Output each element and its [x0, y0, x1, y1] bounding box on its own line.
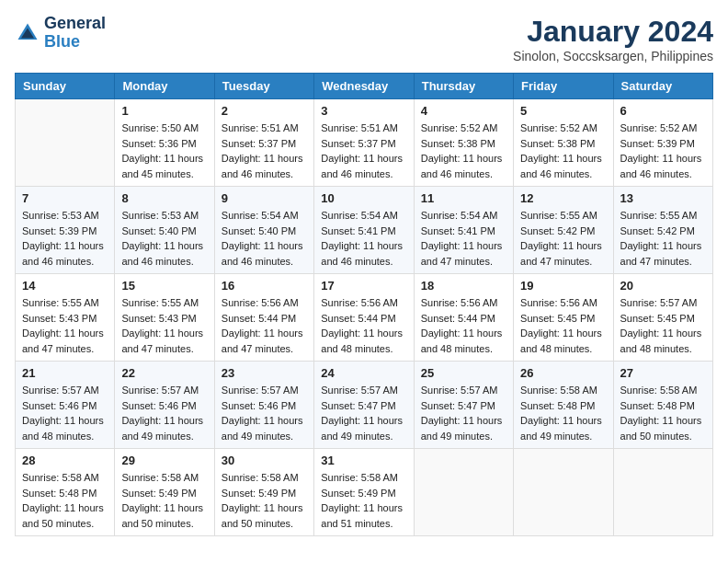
calendar-cell: [613, 449, 712, 536]
day-info: Sunrise: 5:57 AMSunset: 5:46 PMDaylight:…: [22, 383, 108, 443]
day-info: Sunrise: 5:51 AMSunset: 5:37 PMDaylight:…: [222, 121, 307, 181]
day-number: 20: [620, 279, 706, 293]
sunrise-text: Sunrise: 5:51 AM: [321, 121, 406, 136]
daylight-text: Daylight: 11 hours and 46 minutes.: [222, 238, 307, 269]
day-number: 23: [222, 366, 307, 380]
day-number: 29: [121, 454, 207, 467]
sunrise-text: Sunrise: 5:55 AM: [22, 295, 108, 311]
weekday-header: Thursday: [414, 74, 513, 99]
calendar-cell: 13Sunrise: 5:55 AMSunset: 5:42 PMDayligh…: [613, 187, 712, 274]
page-header: General Blue January 2024 Sinolon, Soccs…: [15, 15, 713, 63]
sunrise-text: Sunrise: 5:52 AM: [620, 121, 706, 136]
daylight-text: Daylight: 11 hours and 48 minutes.: [22, 413, 108, 443]
day-number: 24: [321, 366, 406, 380]
calendar-table: SundayMondayTuesdayWednesdayThursdayFrid…: [15, 73, 713, 536]
sunset-text: Sunset: 5:49 PM: [222, 486, 307, 501]
sunset-text: Sunset: 5:46 PM: [22, 398, 108, 414]
day-info: Sunrise: 5:56 AMSunset: 5:44 PMDaylight:…: [321, 295, 406, 356]
sunrise-text: Sunrise: 5:57 AM: [421, 383, 506, 398]
sunset-text: Sunset: 5:37 PM: [321, 136, 406, 152]
day-info: Sunrise: 5:58 AMSunset: 5:48 PMDaylight:…: [620, 383, 706, 443]
daylight-text: Daylight: 11 hours and 50 minutes.: [121, 500, 207, 531]
logo: General Blue: [15, 15, 106, 52]
sunset-text: Sunset: 5:42 PM: [520, 224, 606, 239]
day-number: 30: [222, 454, 307, 467]
daylight-text: Daylight: 11 hours and 46 minutes.: [520, 151, 606, 181]
calendar-cell: 31Sunrise: 5:58 AMSunset: 5:49 PMDayligh…: [314, 449, 414, 536]
sunset-text: Sunset: 5:40 PM: [121, 224, 207, 239]
day-number: 9: [222, 191, 307, 205]
day-info: Sunrise: 5:56 AMSunset: 5:44 PMDaylight:…: [421, 295, 506, 356]
day-number: 19: [520, 279, 606, 293]
sunrise-text: Sunrise: 5:57 AM: [222, 383, 307, 398]
daylight-text: Daylight: 11 hours and 47 minutes.: [620, 238, 706, 269]
calendar-cell: 30Sunrise: 5:58 AMSunset: 5:49 PMDayligh…: [214, 449, 313, 536]
calendar-cell: 10Sunrise: 5:54 AMSunset: 5:41 PMDayligh…: [314, 187, 414, 274]
calendar-cell: 16Sunrise: 5:56 AMSunset: 5:44 PMDayligh…: [214, 274, 313, 362]
weekday-header: Wednesday: [314, 74, 414, 99]
daylight-text: Daylight: 11 hours and 47 minutes.: [520, 238, 606, 269]
day-number: 27: [620, 366, 706, 380]
sunrise-text: Sunrise: 5:53 AM: [121, 208, 207, 224]
calendar-week-row: 21Sunrise: 5:57 AMSunset: 5:46 PMDayligh…: [16, 362, 713, 449]
calendar-week-row: 7Sunrise: 5:53 AMSunset: 5:39 PMDaylight…: [16, 187, 713, 274]
day-info: Sunrise: 5:54 AMSunset: 5:40 PMDaylight:…: [222, 208, 307, 269]
day-info: Sunrise: 5:55 AMSunset: 5:43 PMDaylight:…: [22, 295, 108, 356]
day-number: 26: [520, 366, 606, 380]
sunrise-text: Sunrise: 5:56 AM: [321, 295, 406, 311]
day-info: Sunrise: 5:50 AMSunset: 5:36 PMDaylight:…: [121, 121, 207, 181]
day-number: 13: [620, 191, 706, 205]
sunset-text: Sunset: 5:47 PM: [321, 398, 406, 414]
logo-icon: [15, 20, 40, 46]
sunset-text: Sunset: 5:44 PM: [222, 311, 307, 327]
day-number: 4: [421, 104, 506, 118]
sunset-text: Sunset: 5:45 PM: [620, 311, 706, 327]
calendar-cell: 6Sunrise: 5:52 AMSunset: 5:39 PMDaylight…: [613, 99, 712, 187]
weekday-header: Saturday: [613, 74, 712, 99]
day-info: Sunrise: 5:57 AMSunset: 5:47 PMDaylight:…: [421, 383, 506, 443]
daylight-text: Daylight: 11 hours and 47 minutes.: [121, 326, 207, 356]
daylight-text: Daylight: 11 hours and 50 minutes.: [222, 500, 307, 531]
sunrise-text: Sunrise: 5:58 AM: [22, 470, 108, 486]
sunset-text: Sunset: 5:44 PM: [421, 311, 506, 327]
calendar-cell: [514, 449, 613, 536]
sunset-text: Sunset: 5:46 PM: [121, 398, 207, 414]
sunrise-text: Sunrise: 5:58 AM: [222, 470, 307, 486]
sunrise-text: Sunrise: 5:57 AM: [121, 383, 207, 398]
calendar-cell: 29Sunrise: 5:58 AMSunset: 5:49 PMDayligh…: [115, 449, 214, 536]
calendar-cell: 11Sunrise: 5:54 AMSunset: 5:41 PMDayligh…: [414, 187, 513, 274]
daylight-text: Daylight: 11 hours and 46 minutes.: [22, 238, 108, 269]
daylight-text: Daylight: 11 hours and 48 minutes.: [620, 326, 706, 356]
day-info: Sunrise: 5:53 AMSunset: 5:40 PMDaylight:…: [121, 208, 207, 269]
day-number: 17: [321, 279, 406, 293]
sunset-text: Sunset: 5:41 PM: [421, 224, 506, 239]
daylight-text: Daylight: 11 hours and 49 minutes.: [520, 413, 606, 443]
day-info: Sunrise: 5:55 AMSunset: 5:42 PMDaylight:…: [520, 208, 606, 269]
day-number: 22: [121, 366, 207, 380]
calendar-week-row: 14Sunrise: 5:55 AMSunset: 5:43 PMDayligh…: [16, 274, 713, 362]
calendar-cell: [414, 449, 513, 536]
calendar-cell: 5Sunrise: 5:52 AMSunset: 5:38 PMDaylight…: [514, 99, 613, 187]
day-info: Sunrise: 5:55 AMSunset: 5:43 PMDaylight:…: [121, 295, 207, 356]
month-title: January 2024: [513, 15, 713, 49]
day-number: 21: [22, 366, 108, 380]
sunrise-text: Sunrise: 5:53 AM: [22, 208, 108, 224]
daylight-text: Daylight: 11 hours and 46 minutes.: [121, 238, 207, 269]
sunset-text: Sunset: 5:44 PM: [321, 311, 406, 327]
daylight-text: Daylight: 11 hours and 45 minutes.: [121, 151, 207, 181]
day-number: 1: [121, 104, 207, 118]
day-info: Sunrise: 5:56 AMSunset: 5:45 PMDaylight:…: [520, 295, 606, 356]
weekday-header: Friday: [514, 74, 613, 99]
day-number: 12: [520, 191, 606, 205]
sunset-text: Sunset: 5:49 PM: [121, 486, 207, 501]
day-info: Sunrise: 5:52 AMSunset: 5:39 PMDaylight:…: [620, 121, 706, 181]
sunrise-text: Sunrise: 5:58 AM: [121, 470, 207, 486]
day-info: Sunrise: 5:54 AMSunset: 5:41 PMDaylight:…: [421, 208, 506, 269]
calendar-cell: 1Sunrise: 5:50 AMSunset: 5:36 PMDaylight…: [115, 99, 214, 187]
weekday-header: Monday: [115, 74, 214, 99]
sunset-text: Sunset: 5:38 PM: [421, 136, 506, 152]
calendar-cell: 3Sunrise: 5:51 AMSunset: 5:37 PMDaylight…: [314, 99, 414, 187]
calendar-cell: 8Sunrise: 5:53 AMSunset: 5:40 PMDaylight…: [115, 187, 214, 274]
day-info: Sunrise: 5:58 AMSunset: 5:48 PMDaylight:…: [22, 470, 108, 531]
calendar-cell: 12Sunrise: 5:55 AMSunset: 5:42 PMDayligh…: [514, 187, 613, 274]
